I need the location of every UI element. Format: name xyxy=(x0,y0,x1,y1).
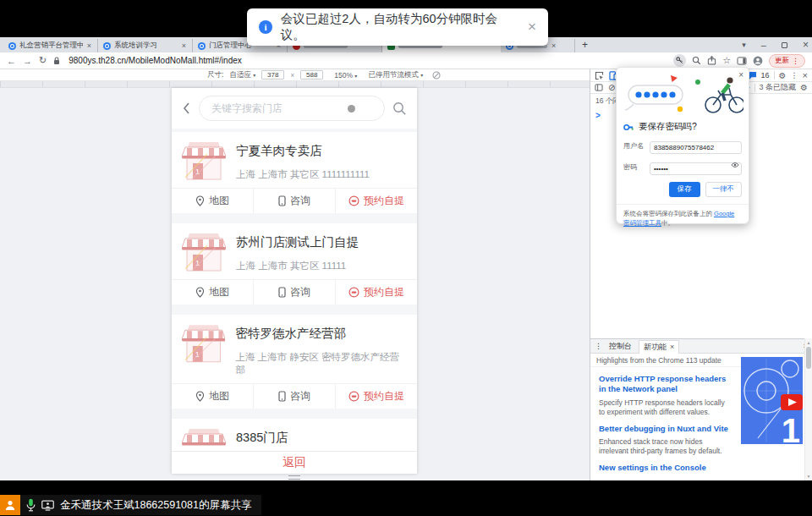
devtools-menu-kebab-icon[interactable]: ⋮ xyxy=(791,71,798,80)
store-card-main: 1 宁夏羊肉专卖店 上海 上海市 其它区 1111111111 xyxy=(172,132,417,188)
side-panel-icon[interactable] xyxy=(737,57,747,65)
times-separator: × xyxy=(290,71,294,80)
pickup-button[interactable]: 预约自提 xyxy=(336,189,417,213)
back-chevron-icon[interactable] xyxy=(182,102,191,115)
scroll-down-arrow[interactable]: ▼ xyxy=(805,474,812,479)
viewport-width-input[interactable] xyxy=(261,70,284,80)
zoom-select[interactable]: 150% ▾ xyxy=(334,71,357,80)
pickup-button[interactable]: 预约自提 xyxy=(336,280,417,305)
scroll-up-arrow[interactable]: ▲ xyxy=(805,340,812,345)
username-label: 用户名 xyxy=(623,141,645,151)
share-icon[interactable] xyxy=(707,56,716,65)
console-sidebar-icon[interactable] xyxy=(595,84,603,91)
map-button[interactable]: 地图 xyxy=(172,280,254,305)
save-password-button[interactable]: 保存 xyxy=(669,182,700,197)
tab-gift-platform[interactable]: 礼盒营销平台管理中心 × xyxy=(3,39,98,52)
devtools-settings-gear-icon[interactable]: ⚙ xyxy=(779,71,787,80)
issues-count[interactable]: 16 xyxy=(761,71,770,80)
consult-button[interactable]: 咨询 xyxy=(254,189,336,213)
zoom-icon[interactable] xyxy=(692,56,701,65)
devtools-close-button[interactable]: × xyxy=(803,70,808,80)
show-password-eye-icon[interactable] xyxy=(731,162,739,168)
tab-title: 系统培训学习 xyxy=(114,41,178,51)
storefront-icon: 1 xyxy=(182,323,225,364)
search-icon[interactable] xyxy=(392,102,407,116)
dialog-title-row: 要保存密码吗? xyxy=(623,121,742,133)
tab-close-icon[interactable]: × xyxy=(181,41,187,50)
play-button[interactable] xyxy=(781,394,803,410)
tab-close-icon[interactable]: × xyxy=(86,41,92,50)
device-emulator-canvas: 1 宁夏羊肉专卖店 上海 上海市 其它区 1111111111 xyxy=(0,81,590,480)
console-settings-gear-icon[interactable]: ⚙ xyxy=(800,83,808,92)
window-restore-button[interactable] xyxy=(782,42,787,48)
consult-button[interactable]: 咨询 xyxy=(254,280,336,305)
store-address: 上海 上海市 其它区 1111111111 xyxy=(236,168,370,181)
whats-new-content: Override HTTP response headers in the Ne… xyxy=(590,367,738,480)
whats-new-link[interactable]: Better debugging in Nuxt and Vite xyxy=(599,424,730,434)
address-bar[interactable]: 9800ys.th28.cn/MobileModNoMall.html#/ind… xyxy=(69,56,242,65)
update-button[interactable]: 更新 ⋮ xyxy=(769,54,805,68)
location-pin-icon xyxy=(195,195,205,206)
dimensions-label: 尺寸: xyxy=(207,70,223,80)
store-card-main: 1 苏州门店测试上门自提 上海 上海市 其它区 11111 xyxy=(172,223,417,279)
window-close-button[interactable]: × xyxy=(803,39,809,51)
bookmark-star-icon[interactable]: ☆ xyxy=(722,55,731,66)
toolbar-actions: ☆ 更新 ⋮ xyxy=(673,54,805,68)
drawer-menu-kebab-icon[interactable]: ⋮ xyxy=(595,342,602,350)
whats-new-link[interactable]: Override HTTP response headers in the Ne… xyxy=(599,374,730,395)
pickup-button[interactable]: 预约自提 xyxy=(336,384,417,409)
viewport-height-input[interactable] xyxy=(300,70,323,80)
tab-favicon xyxy=(8,42,16,50)
scrollbar-thumb[interactable] xyxy=(806,347,811,369)
new-tab-button[interactable]: + xyxy=(575,39,595,52)
password-key-icon[interactable] xyxy=(673,54,686,67)
username-field[interactable] xyxy=(650,141,742,154)
forward-button[interactable]: → xyxy=(23,56,32,66)
save-password-dialog: × 要保存密码吗? 用户 xyxy=(616,67,749,224)
password-row: 密码 xyxy=(623,159,742,175)
lock-icon[interactable] xyxy=(53,57,60,65)
throttling-select[interactable]: 已停用节流模式 ▾ xyxy=(368,70,423,80)
browser-menu-kebab-icon[interactable]: ⋮ xyxy=(792,57,799,65)
media-query-ruler xyxy=(0,81,590,88)
store-search-input[interactable] xyxy=(199,96,385,121)
tab-whats-new[interactable]: 新功能 × xyxy=(639,340,679,354)
profile-avatar-icon[interactable] xyxy=(753,56,763,66)
devtools-tabbar-right: 16 ⚙ ⋮ × xyxy=(748,70,808,80)
reload-button[interactable]: ↻ xyxy=(39,55,47,66)
tab-console-drawer[interactable]: 控制台 xyxy=(605,339,636,354)
username-row: 用户名 xyxy=(623,138,742,154)
tab-title: 礼盒营销平台管理中心 xyxy=(19,41,83,51)
dialog-close-icon[interactable]: × xyxy=(738,70,743,80)
page-area: 尺寸: 自适应 ▾ × 150% ▾ 已停用节流模式 ▾ xyxy=(0,69,590,480)
store-name: 宁夏羊肉专卖店 xyxy=(236,143,370,159)
never-save-button[interactable]: 一律不 xyxy=(705,182,743,197)
self-pickup-icon xyxy=(348,391,359,402)
consult-button[interactable]: 咨询 xyxy=(254,384,336,409)
self-pickup-icon xyxy=(348,287,359,298)
whats-new-link[interactable]: New settings in the Console xyxy=(599,463,730,473)
password-field[interactable] xyxy=(650,162,742,175)
window-menu-icon[interactable]: ▾ xyxy=(742,41,746,49)
device-mode-select[interactable]: 自适应 ▾ xyxy=(229,70,255,80)
tab-training[interactable]: 系统培训学习 × xyxy=(98,39,193,52)
password-illustration xyxy=(623,73,743,115)
inspect-element-icon[interactable] xyxy=(595,71,604,80)
store-card: 1 苏州门店测试上门自提 上海 上海市 其它区 11111 xyxy=(172,223,417,305)
map-button[interactable]: 地图 xyxy=(172,384,254,409)
tab-close-icon[interactable]: × xyxy=(551,41,557,50)
clear-console-icon[interactable]: ⊘ xyxy=(608,83,615,92)
map-button[interactable]: 地图 xyxy=(172,189,254,213)
phone-viewport: 1 宁夏羊肉专卖店 上海 上海市 其它区 1111111111 xyxy=(172,88,417,474)
drawer-scrollbar[interactable]: ▲ ▼ xyxy=(804,338,812,480)
back-button-bar[interactable]: 返回 xyxy=(172,451,417,474)
screen-share-bar: 金禾通技术王斌18662591081的屏幕共享 xyxy=(0,495,261,515)
drawer-tabbar: ⋮ 控制台 新功能 × × xyxy=(590,339,812,354)
toast-close-icon[interactable]: × xyxy=(528,19,536,36)
back-button[interactable]: ← xyxy=(7,56,16,66)
store-card-clipped: 8385门店 xyxy=(172,419,417,451)
window-minimize-button[interactable]: – xyxy=(761,40,766,50)
viewport-resize-handle[interactable] xyxy=(288,475,300,480)
no-throttling-icon[interactable] xyxy=(432,71,441,80)
tab-close-icon[interactable]: × xyxy=(670,343,674,351)
